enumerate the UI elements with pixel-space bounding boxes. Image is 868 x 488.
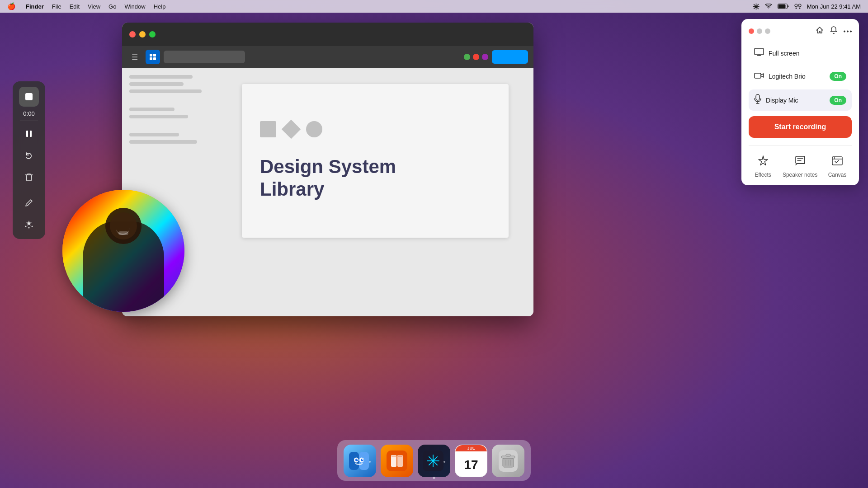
dock-item-calendar[interactable]: JUL 17	[455, 445, 487, 477]
window-maximize-button[interactable]	[149, 31, 156, 38]
menubar-file[interactable]: File	[52, 3, 61, 10]
svg-rect-19	[755, 73, 761, 78]
sidebar-gap	[129, 97, 210, 104]
shape-diamond	[282, 119, 301, 138]
menubar-window[interactable]: Window	[124, 3, 145, 10]
menubar-edit[interactable]: Edit	[70, 3, 80, 10]
menubar-right: Mon Jun 22 9:41 AM	[753, 3, 861, 10]
svg-rect-9	[153, 57, 156, 60]
camera-row[interactable]: Logitech Brio On	[749, 66, 852, 86]
panel-zoom-button[interactable]	[765, 28, 770, 34]
window-toolbar: ☰	[122, 46, 533, 68]
person-face	[110, 212, 137, 239]
mic-toggle[interactable]: On	[830, 96, 846, 105]
window-titlebar	[122, 23, 533, 46]
window-close-button[interactable]	[129, 31, 136, 38]
window-traffic-lights	[129, 31, 156, 38]
color-dot-green	[464, 54, 470, 60]
menubar-help[interactable]: Help	[154, 3, 166, 10]
color-dot-red	[473, 54, 479, 60]
dock: JUL 17	[337, 440, 531, 481]
toolbar-record-button[interactable]	[492, 50, 528, 64]
panel-header	[749, 26, 852, 36]
svg-point-31	[362, 459, 363, 460]
dock-item-trash[interactable]	[492, 445, 524, 477]
color-dot-purple	[482, 54, 488, 60]
sidebar-line-7	[129, 140, 197, 144]
panel-bell-icon[interactable]	[830, 26, 837, 36]
sidebar-line-1	[129, 75, 193, 79]
canvas-icon	[828, 152, 846, 170]
control-center-icon[interactable]	[794, 4, 802, 9]
effects-button[interactable]: Effects	[754, 152, 772, 178]
delete-button[interactable]	[20, 168, 38, 186]
panel-traffic-lights	[749, 28, 770, 34]
dock-item-finder[interactable]	[344, 445, 376, 477]
slide-shapes	[260, 121, 322, 137]
grid-view-button[interactable]	[146, 50, 160, 64]
svg-point-42	[432, 460, 434, 462]
panel-more-icon[interactable]	[844, 26, 852, 36]
speaker-notes-icon	[791, 152, 809, 170]
toolbar-divider-2	[20, 190, 38, 190]
menubar-app-name[interactable]: Finder	[26, 3, 44, 10]
full-screen-label: Full screen	[769, 50, 846, 57]
menu-toggle-button[interactable]: ☰	[127, 50, 142, 64]
svg-rect-7	[153, 54, 156, 56]
camera-label: Logitech Brio	[769, 73, 830, 80]
svg-point-4	[795, 8, 797, 9]
stop-icon	[25, 93, 33, 100]
svg-point-30	[357, 459, 358, 460]
svg-rect-20	[756, 94, 760, 100]
canvas-button[interactable]: Canvas	[828, 152, 847, 178]
shape-square	[260, 121, 276, 137]
pen-tool-button[interactable]	[20, 194, 38, 212]
full-screen-row[interactable]: Full screen	[749, 43, 852, 63]
monitor-icon	[754, 48, 764, 58]
panel-close-button[interactable]	[749, 28, 754, 34]
svg-point-17	[850, 31, 852, 33]
panel-minimize-button[interactable]	[757, 28, 762, 34]
svg-rect-32	[387, 450, 407, 471]
stop-recording-button[interactable]	[19, 87, 39, 107]
svg-point-16	[847, 31, 849, 33]
panel-bottom-icons: Effects Speaker notes	[749, 152, 852, 178]
camera-view	[62, 190, 184, 312]
menubar-left: 🍎 Finder File Edit View Go Window Help	[7, 2, 165, 10]
dock-item-perplexity[interactable]	[418, 445, 450, 477]
start-recording-button[interactable]: Start recording	[749, 116, 852, 138]
menubar-view[interactable]: View	[88, 3, 100, 10]
calendar-month: JUL	[455, 445, 487, 451]
svg-point-13	[32, 226, 33, 227]
sidebar-line-3	[129, 89, 202, 93]
snowflake-icon[interactable]	[753, 3, 760, 10]
sidebar-line-6	[129, 133, 179, 136]
recording-timer: 0:00	[23, 110, 34, 117]
sidebar-line-5	[129, 115, 188, 118]
person-teeth	[118, 231, 128, 235]
panel-home-icon[interactable]	[816, 26, 824, 36]
effects-tool-button[interactable]	[20, 216, 38, 234]
dock-item-books[interactable]	[381, 445, 413, 477]
mic-label: Display Mic	[766, 97, 830, 104]
speaker-notes-button[interactable]: Speaker notes	[783, 152, 817, 178]
menubar-go[interactable]: Go	[108, 3, 116, 10]
window-minimize-button[interactable]	[139, 31, 146, 38]
undo-button[interactable]	[20, 146, 38, 164]
search-bar[interactable]	[164, 51, 245, 63]
svg-rect-36	[398, 455, 402, 457]
svg-rect-22	[832, 157, 842, 165]
wifi-icon[interactable]	[765, 4, 772, 9]
mic-row[interactable]: Display Mic On	[749, 89, 852, 111]
svg-point-29	[361, 459, 363, 461]
menubar-datetime: Mon Jun 22 9:41 AM	[807, 3, 861, 10]
camera-toggle[interactable]: On	[830, 72, 846, 81]
svg-rect-21	[796, 156, 805, 164]
speaker-notes-label: Speaker notes	[783, 172, 817, 178]
main-content-area: Design System Library	[217, 68, 533, 316]
svg-point-5	[799, 8, 800, 9]
pause-button[interactable]	[20, 125, 38, 143]
recording-panel: Full screen Logitech Brio On Display Mic…	[741, 19, 859, 185]
apple-menu-icon[interactable]: 🍎	[7, 2, 16, 10]
dock-dot-finder	[369, 461, 371, 463]
